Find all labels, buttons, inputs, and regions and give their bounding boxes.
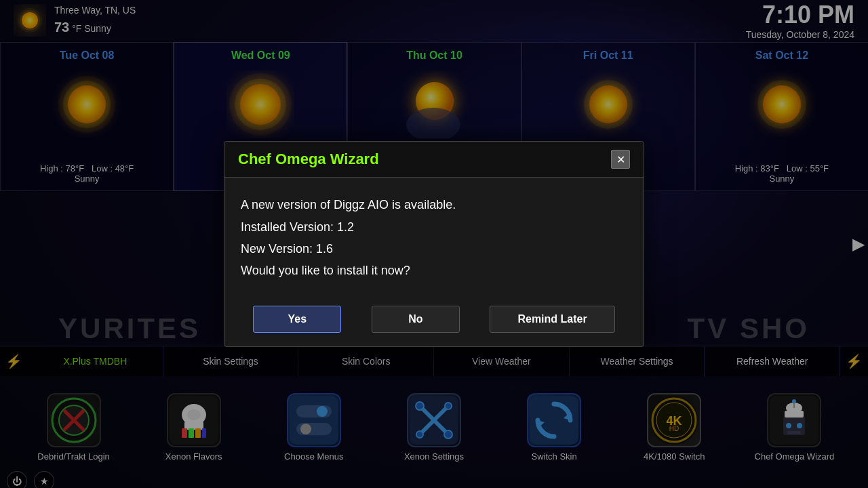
modal-line-2: Installed Version: 1.2 (241, 216, 627, 238)
modal-no-button[interactable]: No (372, 306, 460, 333)
modal-close-button[interactable]: ✕ (611, 150, 630, 169)
modal-remind-later-button[interactable]: Remind Later (490, 306, 614, 333)
modal-body: A new version of Diggz AIO is available.… (224, 178, 644, 296)
modal-title: Chef Omega Wizard (238, 150, 379, 168)
modal-line-3: New Version: 1.6 (241, 238, 627, 260)
modal-line-1: A new version of Diggz AIO is available. (241, 194, 627, 216)
chef-omega-modal: Chef Omega Wizard ✕ A new version of Dig… (224, 141, 644, 347)
modal-header: Chef Omega Wizard ✕ (224, 142, 644, 178)
modal-overlay: Chef Omega Wizard ✕ A new version of Dig… (0, 0, 868, 488)
modal-footer: Yes No Remind Later (224, 296, 644, 346)
modal-line-4: Would you like to install it now? (241, 260, 627, 281)
modal-yes-button[interactable]: Yes (253, 306, 341, 333)
